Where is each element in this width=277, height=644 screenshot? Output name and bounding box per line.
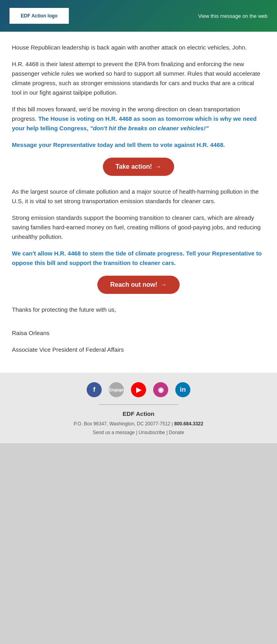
footer-divider bbox=[99, 404, 178, 405]
footer-address: P.O. Box 96347, Washington, DC 20077-751… bbox=[8, 421, 269, 427]
youtube-label: ▶ bbox=[136, 386, 141, 394]
send-message-link[interactable]: Send us a message bbox=[93, 430, 135, 435]
closing-title: Associate Vice President of Federal Affa… bbox=[12, 345, 265, 354]
engage-label: Engage bbox=[109, 388, 123, 392]
paragraph-3: If this bill moves forward, we'd be movi… bbox=[12, 105, 265, 133]
para3-italic: "don't hit the breaks on cleaner vehicle… bbox=[90, 125, 209, 131]
reach-out-arrow: → bbox=[161, 281, 167, 288]
social-icons-row: f Engage ▶ ◉ in bbox=[8, 382, 269, 397]
email-body: House Republican leadership is back agai… bbox=[0, 32, 277, 373]
email-footer: f Engage ▶ ◉ in EDF Action P.O. Box 9634… bbox=[0, 373, 277, 443]
phone-number: 800.684.3322 bbox=[174, 421, 203, 427]
button-row-1: Take action!→ bbox=[12, 158, 265, 176]
take-action-button[interactable]: Take action!→ bbox=[103, 158, 174, 176]
footer-links-row: Send us a message | Unsubscribe | Donate bbox=[8, 430, 269, 435]
paragraph-1: House Republican leadership is back agai… bbox=[12, 43, 265, 52]
button-row-2: Reach out now!→ bbox=[12, 276, 265, 294]
facebook-label: f bbox=[93, 386, 95, 394]
paragraph-6: Strong emission standards support the bo… bbox=[12, 213, 265, 242]
paragraph-4-blue: Message your Representative today and te… bbox=[12, 140, 265, 150]
take-action-label: Take action! bbox=[116, 163, 152, 170]
closing-name: Raisa Orleans bbox=[12, 328, 265, 338]
instagram-label: ◉ bbox=[158, 386, 164, 394]
reach-out-button[interactable]: Reach out now!→ bbox=[97, 276, 179, 294]
engage-icon[interactable]: Engage bbox=[109, 382, 124, 397]
unsubscribe-link[interactable]: Unsubscribe bbox=[138, 430, 165, 435]
facebook-icon[interactable]: f bbox=[87, 382, 102, 397]
donate-link[interactable]: Donate bbox=[169, 430, 184, 435]
call-to-action-text-2: We can't allow H.R. 4468 to stem the tid… bbox=[12, 250, 262, 266]
view-web-link[interactable]: View this message on the web bbox=[198, 13, 268, 19]
address-text: P.O. Box 96347, Washington, DC 20077-751… bbox=[74, 421, 174, 427]
org-name: EDF Action bbox=[8, 410, 269, 417]
youtube-icon[interactable]: ▶ bbox=[131, 382, 146, 397]
logo: EDF Action logo bbox=[21, 13, 58, 19]
call-to-action-text-1: Message your Representative today and te… bbox=[12, 141, 225, 148]
reach-out-label: Reach out now! bbox=[110, 281, 157, 288]
email-container: EDF Action logo View this message on the… bbox=[0, 0, 277, 443]
paragraph-2: H.R. 4468 is their latest attempt to pre… bbox=[12, 59, 265, 97]
paragraph-5: As the largest source of climate polluti… bbox=[12, 187, 265, 206]
instagram-icon[interactable]: ◉ bbox=[153, 382, 168, 397]
linkedin-label: in bbox=[180, 386, 186, 394]
closing-line-1: Thanks for protecting the future with us… bbox=[12, 305, 265, 314]
linkedin-icon[interactable]: in bbox=[175, 382, 190, 397]
email-header: EDF Action logo View this message on the… bbox=[0, 0, 277, 32]
take-action-arrow: → bbox=[155, 163, 161, 170]
paragraph-7-blue: We can't allow H.R. 4468 to stem the tid… bbox=[12, 249, 265, 268]
logo-box: EDF Action logo bbox=[9, 8, 69, 24]
